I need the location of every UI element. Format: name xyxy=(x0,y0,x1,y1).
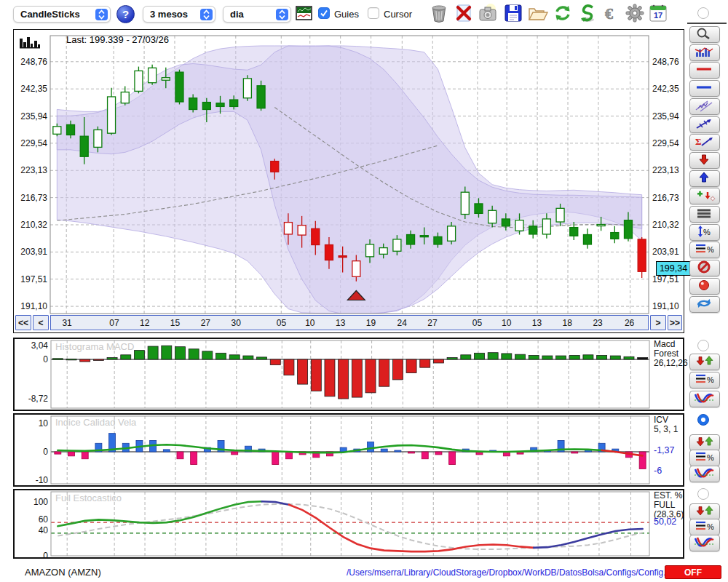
svg-text:100: 100 xyxy=(33,497,48,507)
guies-checkbox[interactable] xyxy=(318,7,330,19)
sync-button[interactable] xyxy=(577,3,598,23)
indicator-radio-stoch[interactable] xyxy=(697,488,709,500)
nav-date: 26 xyxy=(625,318,634,328)
tool-measure-percent-button[interactable]: % xyxy=(689,224,720,241)
help-button[interactable]: ? xyxy=(116,5,135,23)
currency-button[interactable]: € xyxy=(601,3,622,23)
delete-button[interactable] xyxy=(453,3,475,23)
interval-select[interactable]: dia xyxy=(223,6,291,23)
interval-value: dia xyxy=(230,9,244,20)
select-stepper-icon xyxy=(276,9,288,20)
svg-text:0: 0 xyxy=(43,447,48,457)
stochastic-panel: 10060400 Full Estocastico EST. % FULL (2… xyxy=(13,489,684,559)
calendar-icon: 17 xyxy=(647,3,669,23)
icv-value-1: -1,37 xyxy=(654,445,675,455)
nav-first-button[interactable]: << xyxy=(15,315,31,330)
signal-arrows-icon xyxy=(692,354,716,367)
tool-trendline-button[interactable] xyxy=(689,116,720,133)
save-floppy-icon xyxy=(502,3,524,23)
main-chart-panel: 248,76248,76242,35242,35235,94235,94229,… xyxy=(13,29,684,333)
tool-arrow-up-marker-button[interactable] xyxy=(689,170,720,187)
tool-record-button[interactable] xyxy=(689,278,720,295)
arrow-up-marker-icon xyxy=(692,171,716,184)
volume-toggle-button[interactable] xyxy=(18,36,43,55)
tool-levels-list-button[interactable] xyxy=(689,206,720,223)
select-stepper-icon xyxy=(200,9,213,20)
main-chart-plot[interactable]: 248,76248,76242,35242,35235,94235,94229,… xyxy=(14,30,682,331)
svg-text:223,13: 223,13 xyxy=(652,165,679,175)
macd-panel: 3,040-8,72 Histograma MACD Macd Forest 2… xyxy=(13,338,684,411)
indicator-radio-macd[interactable] xyxy=(697,340,709,351)
svg-text:%: % xyxy=(707,522,714,531)
refresh-button[interactable] xyxy=(552,3,574,23)
save-button[interactable] xyxy=(502,3,524,23)
tool-curve-compare-stoch-button[interactable] xyxy=(689,535,720,551)
nav-date: 23 xyxy=(593,318,602,328)
svg-text:0: 0 xyxy=(43,354,48,364)
tool-add-signal-button[interactable] xyxy=(689,188,720,204)
svg-text:%: % xyxy=(707,375,714,384)
mini-chart-button[interactable] xyxy=(296,6,312,20)
cursor-checkbox[interactable] xyxy=(368,7,379,19)
off-toggle-button[interactable]: OFF xyxy=(665,565,721,579)
trendline-icon xyxy=(692,117,716,130)
tool-channel-button[interactable] xyxy=(689,98,720,115)
tool-curve-compare-macd-button[interactable] xyxy=(689,391,720,407)
lines-percent-icon: % xyxy=(692,519,716,533)
svg-text:%: % xyxy=(707,453,714,462)
svg-text:0: 0 xyxy=(43,551,48,557)
svg-text:216,73: 216,73 xyxy=(20,193,47,203)
tool-signal-arrows-icv-button[interactable] xyxy=(689,434,720,451)
red-hline-icon xyxy=(692,63,716,76)
settings-button[interactable] xyxy=(624,3,646,23)
open-button[interactable] xyxy=(526,3,548,23)
signal-arrows-icon xyxy=(692,504,716,517)
tool-lines-percent-button[interactable]: % xyxy=(689,242,720,258)
tool-signal-arrows-stoch-button[interactable] xyxy=(689,503,720,520)
nav-prev-button[interactable]: < xyxy=(33,315,49,330)
tool-lines-percent-icv-button[interactable]: % xyxy=(689,450,720,466)
tool-volume-chart-button[interactable] xyxy=(689,44,720,61)
last-price-label: Last: 199.339 - 27/03/26 xyxy=(66,34,169,45)
camera-icon xyxy=(477,3,499,23)
calendar-button[interactable]: 17 xyxy=(647,3,669,23)
nav-next-button[interactable]: > xyxy=(650,315,666,330)
macd-params-label: Macd Forest 26,12,26 xyxy=(654,340,686,368)
nav-date: 13 xyxy=(532,318,542,328)
toolbar-radio[interactable] xyxy=(697,7,709,19)
tool-swap-refresh-button[interactable] xyxy=(689,296,720,313)
icv-value-2: -6 xyxy=(654,466,662,476)
tool-red-hline-button[interactable] xyxy=(689,62,720,79)
tool-lines-percent-macd-button[interactable]: % xyxy=(689,372,720,388)
svg-text:197,51: 197,51 xyxy=(20,274,47,284)
tool-signal-arrows-macd-button[interactable] xyxy=(689,354,720,370)
svg-text:191,10: 191,10 xyxy=(20,301,47,311)
nav-date: 30 xyxy=(232,318,241,328)
nav-date: 10 xyxy=(502,318,511,328)
tool-arrow-down-marker-button[interactable] xyxy=(689,152,720,169)
tool-sum-trendline-button[interactable]: Σ xyxy=(689,134,720,151)
trash-button[interactable] xyxy=(428,3,450,23)
mini-chart-icon xyxy=(296,6,312,20)
guies-label: Guies xyxy=(334,9,359,20)
svg-text:191,10: 191,10 xyxy=(652,301,679,311)
tool-lines-percent-stoch-button[interactable]: % xyxy=(689,519,720,535)
stochastic-watermark: Full Estocastico xyxy=(55,493,122,503)
config-path-label: /Users/mserra/Library/CloudStorage/Dropb… xyxy=(347,567,719,578)
tool-curve-compare-icv-button[interactable] xyxy=(689,466,720,482)
record-icon xyxy=(692,279,716,292)
tool-zoom-button[interactable] xyxy=(689,26,720,43)
svg-text:€: € xyxy=(605,4,613,23)
period-select[interactable]: 3 mesos xyxy=(143,6,215,23)
svg-text:-10: -10 xyxy=(36,475,49,485)
snapshot-button[interactable] xyxy=(477,3,499,23)
tool-forbid-button[interactable] xyxy=(689,260,720,276)
chart-type-select[interactable]: CandleSticks xyxy=(13,6,111,23)
indicator-radio-icv[interactable] xyxy=(697,414,709,426)
nav-last-button[interactable]: >> xyxy=(668,315,682,330)
tool-blue-hline-button[interactable] xyxy=(689,80,720,97)
icv-panel: 100-10 Indice Calidad Vela ICV 5, 3, 1 -… xyxy=(13,413,684,487)
blue-hline-icon xyxy=(692,81,716,94)
volume-bars-icon xyxy=(18,36,43,52)
date-axis-strip[interactable]: 310712152730051013192427051013182326 xyxy=(50,315,649,330)
